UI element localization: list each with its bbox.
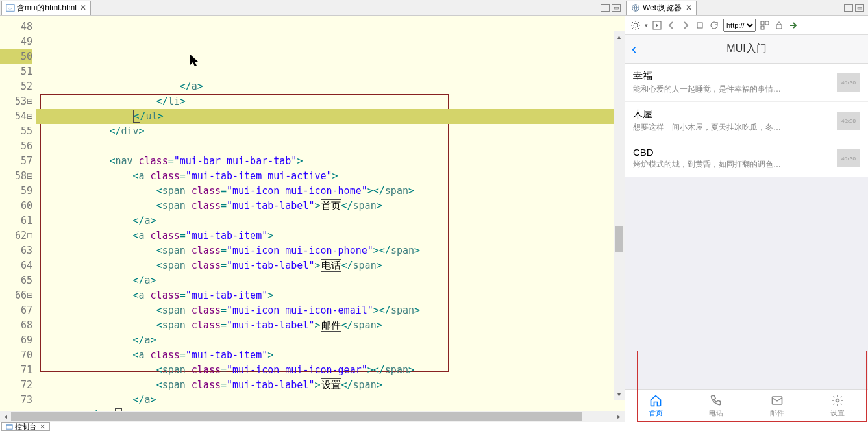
svg-rect-5 [697, 23, 702, 28]
code-line[interactable]: <nav class="mui-bar mui-bar-tab"> [36, 154, 625, 169]
close-icon[interactable]: ✕ [40, 423, 45, 431]
svg-rect-6 [761, 21, 764, 25]
tab-home[interactable]: 首页 [625, 390, 686, 422]
email-icon [771, 394, 784, 407]
svg-rect-9 [776, 25, 782, 29]
code-line[interactable]: <span class="mui-icon mui-icon-gear"></s… [36, 363, 625, 378]
code-line[interactable]: </a> [36, 393, 625, 408]
editor-tab-row: <> 含mui的html.html ✕ — ▭ [0, 0, 625, 16]
list-item[interactable]: CBD烤炉模式的城，到黄昏，如同打翻的调色…40x30 [625, 140, 868, 177]
console-icon [6, 423, 13, 430]
mui-header: ‹ MUI入门 [625, 35, 868, 64]
code-line[interactable]: <a class="mui-tab-item"> [36, 348, 625, 363]
refresh-icon[interactable] [709, 20, 719, 31]
maximize-icon[interactable]: ▭ [855, 4, 864, 12]
editor-pane: <> 含mui的html.html ✕ — ▭ 484950515253⊟54⊟… [0, 0, 625, 422]
globe-icon [631, 3, 640, 12]
code-line[interactable]: </a> [36, 273, 625, 288]
editor-body[interactable]: 484950515253⊟54⊟55565758⊟59606162⊟636465… [0, 16, 625, 411]
back-icon[interactable] [666, 20, 676, 31]
maximize-icon[interactable]: ▭ [612, 4, 621, 12]
code-line[interactable]: <a class="mui-tab-item mui-active"> [36, 169, 625, 184]
forward-icon[interactable] [680, 20, 691, 31]
browser-tab[interactable]: Web浏览器 ✕ [626, 1, 697, 15]
preview-area: ‹ MUI入门 幸福能和心爱的人一起睡觉，是件幸福的事情…40x30木屋想要这样… [625, 35, 868, 422]
browser-tab-label: Web浏览器 [643, 3, 682, 14]
thumbnail: 40x30 [837, 149, 860, 167]
minimize-icon[interactable]: — [844, 4, 853, 12]
tab-bar: 首页电话邮件设置 [625, 389, 868, 422]
thumbnail: 40x30 [837, 73, 860, 92]
url-scheme-select[interactable]: http:// [723, 19, 756, 32]
go-icon[interactable] [652, 20, 662, 31]
file-tab[interactable]: <> 含mui的html.html ✕ [1, 1, 91, 15]
close-icon[interactable]: ✕ [80, 3, 86, 12]
code-line[interactable]: </li> [36, 94, 625, 109]
tab-gear[interactable]: 设置 [808, 390, 869, 422]
code-line[interactable]: </a> [36, 214, 625, 228]
code-line[interactable]: <span class="mui-icon mui-icon-email"></… [36, 303, 625, 318]
browser-pane: Web浏览器 ✕ — ▭ ▾ http:// ‹ MUI入门 [625, 0, 868, 422]
qr-icon[interactable] [760, 20, 770, 31]
code-line[interactable]: <span class="mui-icon mui-icon-phone"></… [36, 243, 625, 258]
vertical-scrollbar[interactable]: ▴ ▾ [614, 31, 625, 400]
svg-rect-13 [6, 424, 12, 425]
html-file-icon: <> [6, 3, 15, 12]
code-line[interactable]: <span class="mui-tab-label">邮件</span> [36, 318, 625, 333]
tab-email[interactable]: 邮件 [747, 390, 808, 422]
console-tab[interactable]: 控制台 ✕ [1, 422, 50, 431]
code-line[interactable]: <a class="mui-tab-item"> [36, 228, 625, 243]
code-line[interactable]: <span class="mui-icon mui-icon-home"></s… [36, 184, 625, 199]
lock-icon[interactable] [774, 20, 784, 31]
home-icon [649, 394, 662, 407]
gear-icon [831, 394, 844, 407]
code-line[interactable]: <span class="mui-tab-label">首页</span> [36, 199, 625, 214]
file-tab-label: 含mui的html.html [17, 3, 77, 14]
phone-icon [710, 394, 723, 407]
browser-toolbar: ▾ http:// [625, 16, 868, 35]
code-line[interactable]: </nav> [36, 408, 625, 411]
list-item[interactable]: 木屋想要这样一间小木屋，夏天挂冰吃瓜，冬…40x30 [625, 102, 868, 140]
stop-icon[interactable] [695, 20, 705, 31]
gear-icon[interactable] [630, 20, 641, 31]
go-arrow-icon[interactable] [788, 20, 799, 31]
svg-rect-7 [765, 21, 769, 25]
code-line[interactable]: </a> [36, 333, 625, 348]
close-icon[interactable]: ✕ [686, 3, 692, 12]
code-line[interactable] [36, 139, 625, 154]
code-line[interactable]: </a> [36, 79, 625, 94]
horizontal-scrollbar[interactable]: ◂ ▸ [0, 411, 625, 422]
svg-point-3 [634, 23, 638, 27]
svg-text:<>: <> [8, 6, 13, 10]
minimize-icon[interactable]: — [601, 4, 610, 12]
tab-phone[interactable]: 电话 [686, 390, 747, 422]
code-line[interactable]: <span class="mui-tab-label">电话</span> [36, 258, 625, 273]
thumbnail: 40x30 [837, 112, 860, 130]
list-item[interactable]: 幸福能和心爱的人一起睡觉，是件幸福的事情…40x30 [625, 64, 868, 102]
code-line[interactable]: <span class="mui-tab-label">设置</span> [36, 378, 625, 393]
page-title: MUI入门 [726, 42, 766, 56]
back-chevron-icon[interactable]: ‹ [632, 41, 636, 58]
code-line[interactable]: </div> [36, 124, 625, 139]
code-line[interactable]: </ul> [36, 109, 625, 124]
code-line[interactable]: <a class="mui-tab-item"> [36, 288, 625, 303]
svg-rect-8 [761, 26, 764, 29]
svg-point-11 [836, 399, 839, 402]
